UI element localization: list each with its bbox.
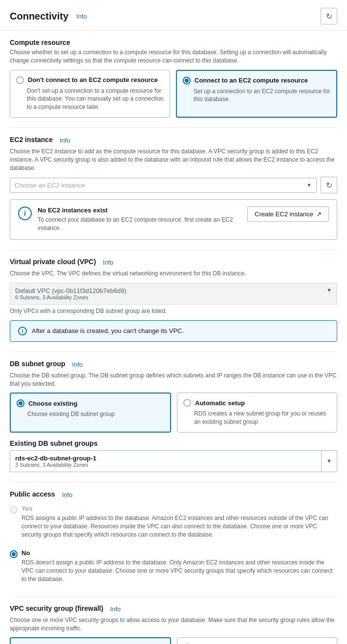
- db-subnet-auto-header: Automatic setup: [183, 399, 331, 407]
- db-subnet-auto-label: Automatic setup: [195, 399, 245, 407]
- connect-header: Connect to an EC2 compute resource: [183, 77, 330, 84]
- no-connect-label: Don't connect to an EC2 compute resource: [28, 76, 158, 83]
- db-subnet-auto-desc: RDS creates a new subnet group for you o…: [194, 410, 331, 426]
- db-subnet-auto-card[interactable]: Automatic setup RDS creates a new subnet…: [177, 393, 337, 433]
- no-ec2-info-icon: i: [18, 207, 32, 220]
- vpc-desc: Choose the VPC. The VPC defines the virt…: [10, 270, 337, 278]
- no-ec2-title: No EC2 instances exist: [38, 207, 241, 214]
- db-subnet-info-link[interactable]: Info: [72, 361, 83, 368]
- ec2-select-row: ▼ Choose an EC2 instance ↻: [10, 177, 337, 193]
- connect-label: Connect to an EC2 compute resource: [195, 77, 308, 84]
- subnet-select-sub: 3 Subnets, 3 Availability Zones: [15, 462, 316, 468]
- public-access-yes-row: Yes RDS assigns a public IP address to t…: [10, 502, 337, 541]
- ec2-instance-info-link[interactable]: Info: [60, 137, 70, 144]
- vpc-title: Virtual private cloud (VPC): [10, 258, 96, 266]
- compute-resource-options: Don't connect to an EC2 compute resource…: [10, 70, 337, 118]
- vpc-sg-existing-card[interactable]: Choose existing Choose existing VPC secu…: [10, 637, 171, 644]
- db-subnet-existing-desc: Choose existing DB subnet group: [27, 410, 164, 418]
- db-subnet-existing-radio[interactable]: [17, 399, 24, 407]
- connect-radio[interactable]: [183, 77, 191, 84]
- vpc-info-link[interactable]: Info: [103, 259, 113, 266]
- db-subnet-existing-label: Choose existing: [28, 400, 77, 407]
- refresh-icon: ↻: [326, 12, 332, 21]
- page-title: Connectivity: [10, 11, 68, 22]
- vpc-sg-info-link[interactable]: Info: [110, 605, 121, 613]
- existing-subnet-select[interactable]: rds-ec2-db-subnet-group-1 3 Subnets, 3 A…: [10, 450, 337, 472]
- db-subnet-auto-radio[interactable]: [183, 399, 191, 407]
- public-access-yes-label: Yes: [22, 505, 337, 512]
- vpc-sg-create-card[interactable]: Create new Create new VPC security group: [177, 637, 337, 644]
- public-access-info-link[interactable]: Info: [62, 491, 73, 499]
- ec2-instance-section: EC2 instance Info Choose the EC2 instanc…: [10, 136, 337, 240]
- public-access-no-desc: RDS doesn't assign a public IP address t…: [22, 559, 337, 583]
- vpc-after-create-msg: After a database is created, you can't c…: [32, 327, 184, 334]
- public-access-yes-desc: RDS assigns a public IP address to the d…: [22, 514, 337, 539]
- connect-desc: Set up a connection to an EC2 compute re…: [194, 87, 330, 104]
- public-access-no-content: No RDS doesn't assign a public IP addres…: [22, 549, 337, 583]
- ec2-refresh-button[interactable]: ↻: [321, 177, 337, 193]
- db-subnet-desc: Choose the DB subnet group. The DB subne…: [10, 372, 337, 388]
- subnet-select-arrow-icon: ▼: [321, 451, 337, 472]
- ec2-select-wrapper: ▼ Choose an EC2 instance: [10, 178, 317, 193]
- compute-resource-title: Compute resource: [10, 39, 337, 46]
- page-container: Connectivity Info ↻ Compute resource Cho…: [0, 0, 347, 644]
- public-access-title: Public access: [10, 490, 55, 498]
- public-access-yes-radio: [10, 506, 18, 514]
- connect-card[interactable]: Connect to an EC2 compute resource Set u…: [176, 70, 337, 118]
- vpc-sg-options: Choose existing Choose existing VPC secu…: [10, 637, 337, 644]
- ec2-refresh-icon: ↻: [326, 181, 332, 190]
- ec2-instance-title: EC2 instance: [10, 136, 53, 144]
- create-ec2-label: Create EC2 instance: [255, 210, 313, 218]
- divider-1: [10, 127, 337, 128]
- db-subnet-existing-card[interactable]: Choose existing Choose existing DB subne…: [10, 393, 171, 433]
- existing-subnet-label: Existing DB subnet groups: [10, 439, 337, 447]
- header-info-link[interactable]: Info: [76, 13, 87, 20]
- compute-resource-desc: Choose whether to set up a connection to…: [10, 48, 337, 65]
- no-ec2-content: No EC2 instances exist To connect your d…: [38, 207, 241, 232]
- divider-4: [10, 482, 337, 482]
- no-ec2-desc: To connect your database to an EC2 compu…: [38, 216, 241, 232]
- main-content: Compute resource Choose whether to set u…: [0, 31, 347, 644]
- db-subnet-existing-header: Choose existing: [17, 399, 164, 407]
- no-ec2-box-wrapper: i No EC2 instances exist To connect your…: [10, 199, 337, 240]
- vpc-after-create-icon: i: [18, 327, 27, 335]
- public-access-no-label: No: [22, 549, 337, 557]
- create-ec2-button[interactable]: Create EC2 instance ↗: [247, 207, 329, 222]
- public-access-no-row[interactable]: No RDS doesn't assign a public IP addres…: [10, 546, 337, 586]
- divider-5: [10, 596, 337, 597]
- vpc-section: Virtual private cloud (VPC) Info Choose …: [10, 258, 337, 342]
- vpc-arrow-icon: ▼: [326, 287, 332, 293]
- subnet-select-value: rds-ec2-db-subnet-group-1: [15, 455, 316, 462]
- vpc-sg-desc: Choose one or more VPC security groups t…: [10, 616, 337, 633]
- db-subnet-options: Choose existing Choose existing DB subne…: [10, 393, 337, 433]
- compute-resource-section: Compute resource Choose whether to set u…: [10, 39, 337, 118]
- create-ec2-icon: ↗: [316, 210, 322, 218]
- vpc-sg-section: VPC security group (firewall) Info Choos…: [10, 604, 337, 644]
- ec2-instance-desc: Choose the EC2 instance to add as the co…: [10, 147, 337, 172]
- no-connect-radio[interactable]: [16, 76, 24, 84]
- subnet-select-content: rds-ec2-db-subnet-group-1 3 Subnets, 3 A…: [10, 451, 321, 472]
- existing-subnet-group-wrapper: Existing DB subnet groups rds-ec2-db-sub…: [10, 439, 337, 472]
- no-ec2-info-box: i No EC2 instances exist To connect your…: [10, 199, 337, 240]
- ec2-instance-select[interactable]: [10, 178, 317, 193]
- db-subnet-title: DB subnet group: [10, 360, 65, 368]
- db-subnet-section: DB subnet group Info Choose the DB subne…: [10, 360, 337, 472]
- page-header: Connectivity Info ↻: [0, 0, 347, 31]
- vpc-after-create-box: i After a database is created, you can't…: [10, 320, 337, 342]
- vpc-value: Default VPC (vpc-0b11f3d120b7eb6d9): [15, 287, 127, 294]
- vpc-note: Only VPCs with a corresponding DB subnet…: [10, 308, 337, 314]
- no-connect-desc: Don't set up a connection to a compute r…: [27, 87, 164, 111]
- no-connect-card[interactable]: Don't connect to an EC2 compute resource…: [10, 70, 170, 118]
- divider-3: [10, 352, 337, 352]
- vpc-sg-title: VPC security group (firewall): [10, 604, 103, 612]
- public-access-section: Public access Info Yes RDS assigns a pub…: [10, 490, 337, 586]
- public-access-no-radio[interactable]: [10, 550, 18, 558]
- public-access-yes-content: Yes RDS assigns a public IP address to t…: [22, 505, 337, 539]
- no-connect-header: Don't connect to an EC2 compute resource: [16, 76, 164, 84]
- divider-2: [10, 249, 337, 250]
- vpc-sub-value: 6 Subnets, 3 Availability Zones: [15, 294, 127, 300]
- header-refresh-button[interactable]: ↻: [321, 8, 337, 24]
- vpc-select-content: Default VPC (vpc-0b11f3d120b7eb6d9) 6 Su…: [15, 287, 127, 300]
- vpc-select-box: Default VPC (vpc-0b11f3d120b7eb6d9) 6 Su…: [10, 283, 337, 305]
